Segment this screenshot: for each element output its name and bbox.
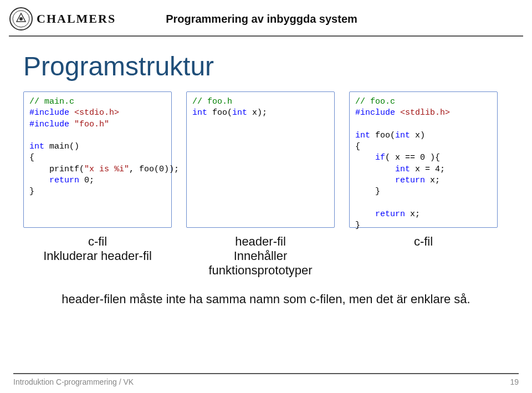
code-text [355,210,375,219]
code-text: 0; [79,176,94,185]
code-comment: // foo.h [192,97,232,106]
slide-header: CHALMERS Programmering av inbyggda syste… [0,0,532,33]
code-box-main-c: // main.c #include <stdio.h> #include "f… [23,91,172,228]
code-keyword: #include [355,108,400,118]
code-text: foo( [370,131,395,140]
label-text: c-fil [349,234,498,249]
code-text: , foo(0)); [129,165,179,174]
code-keyword: int [395,165,410,174]
code-keyword: int [395,131,410,140]
code-text: { [29,153,34,162]
code-text: x); [247,108,267,118]
slide-title: Programstruktur [0,37,532,87]
code-include-path: <stdlib.h> [400,108,450,118]
slide-footer: Introduktion C-programmering / VK 19 [0,373,532,386]
course-title: Programmering av inbyggda system [166,13,357,25]
code-keyword: return [49,176,79,185]
label-col-2: header-fil Innehåller funktionsprototype… [186,234,335,278]
code-include-path: "foo.h" [74,120,109,129]
code-keyword: int [355,131,370,140]
code-keyword: int [29,142,44,151]
label-text: funktionsprototyper [186,263,335,278]
label-text: c-fil [23,234,172,249]
footer-note: header-filen måste inte ha samma namn so… [0,292,532,307]
code-text: x) [410,131,425,140]
brand-name: CHALMERS [37,12,116,26]
code-text: } [355,221,360,230]
label-col-3: c-fil [349,234,498,278]
code-text [29,176,49,185]
label-col-1: c-fil Inkluderar header-fil [23,234,172,278]
code-text: { [355,142,360,151]
code-keyword: #include [29,108,74,118]
code-string: "x is %i" [84,165,129,174]
code-keyword: int [192,108,207,118]
svg-point-2 [19,17,23,21]
code-text: ( x == 0 ){ [385,153,440,162]
code-keyword: int [232,108,247,118]
code-text: printf( [29,165,84,174]
code-keyword: return [395,176,425,185]
label-text: header-fil [186,234,335,249]
chalmers-seal-icon [9,7,33,31]
page-number: 19 [510,377,519,386]
footer-left-text: Introduktion C-programmering / VK [13,377,134,386]
labels-row: c-fil Inkluderar header-fil header-fil I… [0,234,532,278]
code-comment: // main.c [29,97,74,106]
code-text: } [29,187,34,196]
code-comment: // foo.c [355,97,395,106]
code-keyword: #include [29,120,74,129]
label-text: Inkluderar header-fil [23,249,172,263]
code-text: foo( [207,108,232,118]
code-text [355,153,375,162]
code-text: x; [425,176,440,185]
code-text: x; [405,210,420,219]
label-text: Innehåller [186,249,335,263]
footer-divider [13,373,519,374]
code-keyword: return [375,210,405,219]
code-text [355,176,395,185]
code-text [355,165,395,174]
code-row: // main.c #include <stdio.h> #include "f… [0,91,532,228]
code-keyword: if [375,153,385,162]
code-box-foo-c: // foo.c #include <stdlib.h> int foo(int… [349,91,498,228]
code-box-foo-h: // foo.h int foo(int x); [186,91,335,228]
code-text: } [355,187,380,196]
code-text: x = 4; [410,165,445,174]
code-include-path: <stdio.h> [74,108,119,118]
code-text: main() [44,142,79,151]
